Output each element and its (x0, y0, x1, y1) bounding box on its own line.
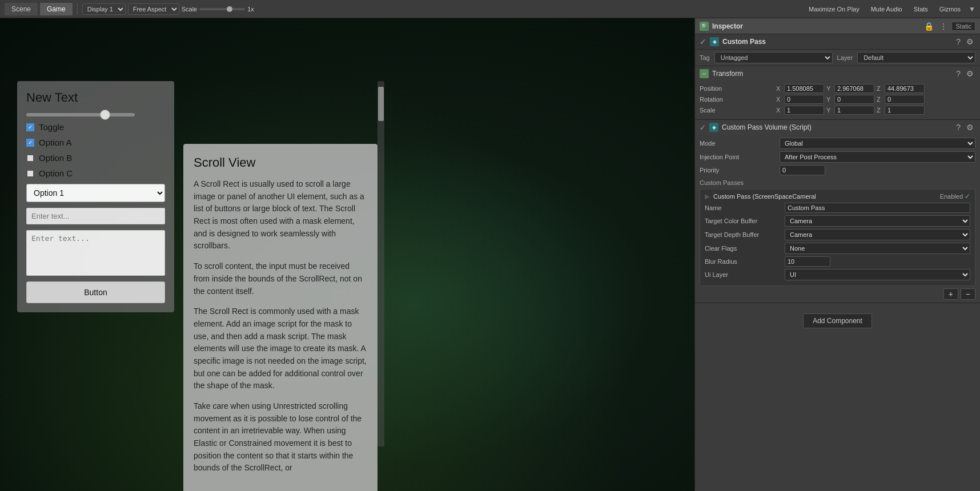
position-xyz: X Y Z (776, 84, 925, 93)
inspector-menu-btn[interactable]: ⋮ (938, 22, 949, 31)
comp-name: Custom Pass (722, 38, 766, 46)
pass-name-row: Name (705, 203, 970, 213)
blur-radius-input[interactable] (785, 256, 830, 267)
transform-header[interactable]: ↔ Transform ? ⚙ (695, 66, 980, 81)
ui-layer-select[interactable]: UI (785, 269, 970, 280)
add-component-btn[interactable]: Add Component (803, 313, 872, 328)
component-header: ✓ ◆ Custom Pass ? ⚙ (695, 34, 980, 50)
maximize-btn[interactable]: Maximize On Play (805, 5, 863, 14)
option-c-row: Option C (26, 168, 165, 178)
custom-pass-title: Custom Pass (ScreenSpaceCameral (713, 193, 816, 200)
toggle-checkbox[interactable] (26, 123, 34, 131)
option-a-checkbox[interactable] (26, 139, 34, 147)
tag-label: Tag (700, 54, 710, 61)
inspector-header-right: 🔒 ⋮ Static (922, 22, 975, 31)
dropdown-select[interactable]: Option 1 Option 2 Option 3 (26, 184, 165, 202)
main-button[interactable]: Button (26, 281, 165, 303)
mode-select[interactable]: Global (780, 138, 975, 149)
layer-label: Layer (837, 54, 853, 61)
text-input[interactable] (26, 208, 165, 224)
target-color-row: Target Color Buffer Camera (705, 215, 970, 227)
middle-panel[interactable]: Scroll View A Scroll Rect is usually use… (183, 144, 377, 491)
priority-input[interactable] (780, 165, 825, 175)
transform-settings-btn[interactable]: ⚙ (965, 69, 975, 78)
scale-z-label: Z (877, 107, 883, 114)
target-color-select[interactable]: Camera (785, 215, 970, 227)
mute-btn[interactable]: Mute Audio (867, 5, 906, 14)
comp-icon: ◆ (710, 37, 719, 46)
scrollbar-thumb[interactable] (378, 87, 384, 121)
slider-thumb[interactable] (100, 110, 110, 120)
clear-flags-select[interactable]: None (785, 243, 970, 254)
option-b-row: Option B (26, 153, 165, 163)
layer-select[interactable]: Default (857, 52, 975, 63)
text-area[interactable] (26, 230, 165, 276)
custom-passes-header: Custom Passes (700, 179, 975, 187)
slider-track[interactable] (26, 113, 135, 116)
gizmos-btn[interactable]: Gizmos (936, 5, 964, 14)
custom-pass-item-header: ▶ Custom Pass (ScreenSpaceCameral Enable… (705, 192, 970, 200)
option-c-checkbox[interactable] (26, 170, 34, 178)
scroll-para-0: A Scroll Rect is usually used to scroll … (194, 178, 367, 252)
rot-z-label: Z (877, 96, 883, 103)
scale-label-prop: Scale (700, 107, 774, 114)
pos-z-input[interactable] (885, 84, 925, 93)
game-tab[interactable]: Game (40, 3, 73, 15)
scale-thumb[interactable] (227, 6, 232, 12)
pass-add-btn[interactable]: + (943, 288, 958, 300)
scale-z: Z (877, 106, 925, 115)
script-settings-btn[interactable]: ⚙ (965, 123, 975, 132)
target-depth-select[interactable]: Camera (785, 229, 970, 240)
option-a-label: Option A (39, 138, 72, 147)
script-section-header[interactable]: ✓ ◆ Custom Pass Volume (Script) ? ⚙ (695, 120, 980, 135)
script-body: Mode Global Injection Point After Post P… (695, 135, 980, 303)
target-depth-row: Target Depth Buffer Camera (705, 229, 970, 240)
rot-y-input[interactable] (834, 95, 874, 104)
scale-x: X (776, 106, 824, 115)
pass-remove-btn[interactable]: − (961, 288, 975, 300)
tag-select[interactable]: Untagged (714, 52, 833, 63)
position-label: Position (700, 85, 774, 92)
inspector-lock-btn[interactable]: 🔒 (922, 22, 935, 31)
scale-row: Scale X Y Z (700, 106, 975, 115)
blur-radius-row: Blur Radius (705, 256, 970, 267)
scale-x-label: X (776, 107, 783, 114)
rot-z-input[interactable] (885, 95, 925, 104)
scale-y-input[interactable] (834, 106, 874, 115)
enabled-label: Enabled (940, 193, 963, 200)
enabled-check-icon[interactable]: ✓ (965, 192, 970, 200)
clear-flags-label: Clear Flags (705, 245, 785, 252)
pass-expand-icon[interactable]: ▶ (705, 192, 710, 200)
injection-select[interactable]: After Post Process (780, 151, 975, 163)
pos-x-input[interactable] (784, 84, 824, 93)
rotation-z: Z (877, 95, 925, 104)
clear-flags-row: Clear Flags None (705, 243, 970, 254)
scene-tab[interactable]: Scene (5, 3, 38, 15)
scale-control: Scale 1x (182, 6, 254, 13)
pass-add-remove-row: + − (700, 288, 975, 300)
scale-z-input[interactable] (885, 106, 925, 115)
scale-track[interactable] (199, 8, 245, 10)
comp-help-btn[interactable]: ? (954, 37, 962, 46)
display-select[interactable]: Display 1 (82, 3, 126, 15)
script-title: Custom Pass Volume (Script) (722, 123, 812, 131)
transform-icon: ↔ (700, 69, 709, 78)
stats-btn[interactable]: Stats (910, 5, 931, 14)
comp-settings-btn[interactable]: ⚙ (965, 37, 975, 46)
rot-x-input[interactable] (784, 95, 824, 104)
target-color-label: Target Color Buffer (705, 218, 785, 224)
option-b-checkbox[interactable] (26, 154, 34, 162)
position-y: Y (826, 84, 874, 93)
pass-name-input[interactable] (785, 203, 970, 213)
inspector-panel: 🔍 Inspector 🔒 ⋮ Static ✓ ◆ Custom Pass ?… (694, 18, 980, 491)
aspect-select[interactable]: Free Aspect (128, 3, 179, 15)
script-help-btn[interactable]: ? (954, 123, 962, 132)
pos-y-input[interactable] (834, 84, 874, 93)
script-check-icon: ✓ (700, 123, 706, 132)
transform-help-btn[interactable]: ? (954, 69, 962, 78)
scrollbar-track[interactable] (377, 81, 384, 446)
position-x: X (776, 84, 824, 93)
transform-section: ↔ Transform ? ⚙ Position X (695, 66, 980, 120)
scroll-title: Scroll View (194, 155, 367, 170)
scale-x-input[interactable] (784, 106, 824, 115)
